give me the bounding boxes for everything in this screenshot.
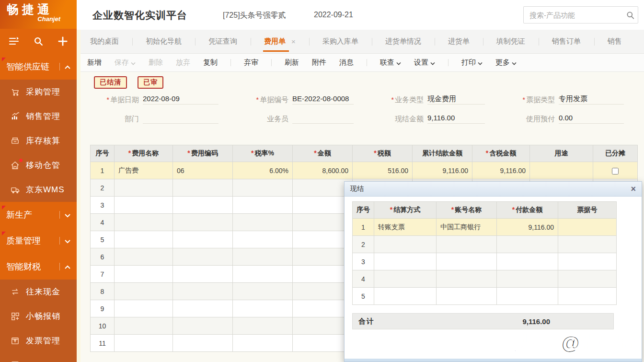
cell[interactable]: 9,116.00 (497, 219, 558, 236)
sidebar-item-移动仓管[interactable]: 移动仓管 (0, 153, 77, 177)
field-value[interactable]: 0.00 (559, 113, 624, 124)
cell[interactable] (173, 197, 233, 214)
弃审-button[interactable]: 弃审 (244, 58, 258, 67)
cell[interactable] (233, 197, 293, 214)
field-value[interactable]: 现金费用 (427, 93, 485, 105)
cell[interactable]: 中国工商银行 (437, 219, 497, 236)
cell[interactable] (374, 288, 437, 305)
cell[interactable] (115, 179, 173, 197)
cell[interactable] (115, 266, 173, 283)
cell[interactable]: 广告费 (115, 162, 173, 179)
cell[interactable] (173, 266, 233, 283)
chevron-down-icon[interactable] (64, 236, 71, 246)
tab-进货单情况[interactable]: 进货单情况 (385, 37, 421, 46)
sidebar-group-质量管理[interactable]: 质量管理 (0, 228, 77, 254)
sidebar-item-partial[interactable] (0, 353, 77, 362)
cell[interactable] (558, 288, 617, 305)
cell[interactable] (293, 266, 353, 283)
cell[interactable] (115, 248, 173, 266)
menu-icon[interactable] (8, 35, 20, 47)
cell[interactable]: 5 (91, 231, 115, 248)
chevron-down-icon[interactable] (64, 210, 71, 220)
设置-button[interactable]: 设置 (414, 58, 435, 67)
cell[interactable] (173, 231, 233, 248)
cell[interactable] (497, 236, 558, 253)
sidebar-item-小畅报销[interactable]: 小畅报销 (0, 304, 77, 328)
cell[interactable] (293, 317, 353, 335)
cell[interactable] (173, 283, 233, 300)
search-icon[interactable] (626, 11, 635, 20)
tab-采购入库单[interactable]: 采购入库单 (322, 37, 358, 46)
cell[interactable]: 3 (353, 253, 374, 270)
tab-凭证查询[interactable]: 凭证查询 (208, 37, 237, 46)
cell[interactable] (558, 253, 617, 270)
cell[interactable] (558, 236, 617, 253)
cell[interactable]: 1 (91, 162, 115, 179)
sidebar-item-库存核算[interactable]: 库存核算 (0, 128, 77, 153)
更多-button[interactable]: 更多 (495, 58, 517, 67)
field-value[interactable] (143, 113, 218, 124)
cell[interactable] (293, 335, 353, 352)
cell[interactable] (233, 300, 293, 317)
cell[interactable] (173, 179, 233, 197)
联查-button[interactable]: 联查 (380, 58, 401, 67)
cell[interactable]: 516.00 (353, 162, 413, 179)
cell[interactable]: 6 (91, 248, 115, 266)
cell[interactable]: 6.00% (233, 162, 293, 179)
cell[interactable]: 4 (91, 214, 115, 231)
cell[interactable] (437, 288, 497, 305)
cell[interactable] (233, 283, 293, 300)
cell[interactable] (530, 162, 593, 179)
cell[interactable]: 10 (91, 317, 115, 335)
sidebar-group-新生产[interactable]: 新生产 (0, 202, 77, 228)
tab-销售[interactable]: 销售 (608, 37, 622, 46)
cell[interactable] (233, 179, 293, 197)
cell[interactable] (374, 270, 437, 288)
chevron-up-icon[interactable] (64, 262, 71, 272)
cell[interactable] (115, 197, 173, 214)
search-icon[interactable] (32, 35, 45, 47)
新增-button[interactable]: 新增 (87, 58, 102, 67)
cell[interactable] (437, 270, 497, 288)
tab-费用单[interactable]: 费用单× (264, 37, 296, 46)
cell[interactable] (115, 214, 173, 231)
sidebar-group-智能供应链[interactable]: 智能供应链 (0, 54, 77, 80)
chevron-up-icon[interactable] (64, 62, 71, 72)
cell[interactable]: 转账支票 (374, 219, 437, 236)
cell[interactable] (293, 248, 353, 266)
sidebar-item-京东WMS[interactable]: 京东WMS (0, 177, 77, 202)
cell[interactable] (558, 219, 617, 236)
cell[interactable] (233, 214, 293, 231)
cell[interactable]: 9 (91, 300, 115, 317)
cell[interactable] (293, 197, 353, 214)
cell[interactable] (497, 253, 558, 270)
附件-button[interactable]: 附件 (312, 58, 326, 67)
field-value[interactable]: 9,116.00 (427, 113, 485, 124)
cell[interactable] (293, 283, 353, 300)
cell[interactable] (233, 317, 293, 335)
cell[interactable] (173, 317, 233, 335)
cell[interactable] (115, 335, 173, 352)
tab-初始化导航[interactable]: 初始化导航 (146, 37, 182, 46)
search-input[interactable] (529, 11, 626, 20)
spread-checkbox[interactable] (612, 168, 619, 175)
tab-进货单[interactable]: 进货单 (448, 37, 470, 46)
tab-销售订单[interactable]: 销售订单 (552, 37, 581, 46)
cell[interactable] (115, 300, 173, 317)
plus-icon[interactable] (57, 35, 69, 47)
field-value[interactable]: 2022-08-09 (143, 93, 218, 105)
cell[interactable]: 9,116.00 (472, 162, 530, 179)
cell[interactable]: 9,116.00 (413, 162, 472, 179)
cell[interactable] (497, 288, 558, 305)
cell[interactable] (173, 335, 233, 352)
cell[interactable] (233, 248, 293, 266)
cell[interactable] (115, 231, 173, 248)
复制-button[interactable]: 复制 (203, 58, 218, 67)
cell[interactable] (293, 231, 353, 248)
cell[interactable] (293, 300, 353, 317)
cell[interactable] (437, 253, 497, 270)
cell[interactable]: 06 (173, 162, 233, 179)
cell[interactable] (293, 214, 353, 231)
cell[interactable] (173, 300, 233, 317)
cell[interactable]: 3 (91, 197, 115, 214)
